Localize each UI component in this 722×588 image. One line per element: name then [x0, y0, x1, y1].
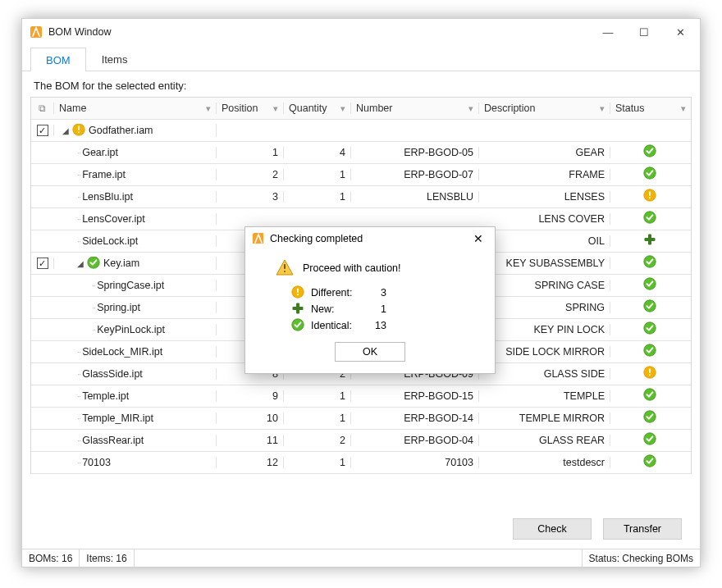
check-button[interactable]: Check — [513, 518, 592, 540]
row-description: GEAR — [479, 147, 610, 158]
transfer-button[interactable]: Transfer — [603, 518, 682, 540]
row-number: ERP-BGOD-05 — [351, 147, 479, 158]
row-description: KEY SUBASSEMBLY — [479, 258, 610, 269]
tab-items[interactable]: Items — [86, 47, 144, 71]
column-chooser-icon[interactable]: ⧉ — [36, 103, 48, 114]
table-row[interactable]: ·· LensBlu.ipt31LENSBLULENSES — [31, 186, 691, 208]
filter-icon[interactable]: ▾ — [600, 103, 605, 114]
table-row[interactable]: ·· Frame.ipt21ERP-BGOD-07FRAME — [31, 164, 691, 186]
row-description: GLASS SIDE — [479, 368, 610, 380]
col-description[interactable]: Description▾ — [479, 103, 610, 114]
table-row[interactable]: ·· Gear.ipt14ERP-BGOD-05GEAR — [31, 142, 691, 164]
col-status[interactable]: Status▾ — [610, 103, 691, 114]
col-quantity[interactable]: Quantity▾ — [284, 103, 351, 114]
plus-new-icon — [291, 302, 304, 317]
table-row[interactable]: ·· Temple_MIR.ipt101ERP-BGOD-14TEMPLE MI… — [31, 408, 691, 430]
row-quantity: 1 — [284, 191, 351, 203]
filter-icon[interactable]: ▾ — [273, 103, 278, 114]
close-button[interactable]: ✕ — [662, 21, 698, 43]
row-description: LENS COVER — [479, 213, 610, 225]
row-name: Gear.ipt — [82, 147, 118, 158]
row-name: KeyPinLock.ipt — [97, 324, 165, 335]
row-name: LensBlu.ipt — [82, 191, 133, 203]
status-text: Status: Checking BOMs — [583, 549, 700, 567]
row-status — [610, 189, 691, 206]
row-name: Temple.ipt — [82, 390, 129, 402]
dialog-title: Checking completed — [270, 233, 465, 244]
row-number: ERP-BGOD-14 — [351, 413, 479, 424]
filter-icon[interactable]: ▾ — [468, 103, 473, 114]
table-row[interactable]: ·· GlassRear.ipt112ERP-BGOD-04GLASS REAR — [31, 430, 691, 452]
row-status — [610, 166, 691, 184]
col-number[interactable]: Number▾ — [351, 103, 479, 114]
row-status — [610, 299, 691, 317]
row-checkbox[interactable]: ✓ — [37, 125, 48, 136]
row-quantity: 4 — [284, 147, 351, 158]
window-title: BOM Window — [48, 26, 590, 38]
filter-icon[interactable]: ▾ — [340, 103, 345, 114]
expand-toggle[interactable]: ◢ — [77, 259, 84, 268]
row-number: ERP-BGOD-07 — [351, 169, 479, 180]
row-description: KEY PIN LOCK — [479, 324, 610, 335]
row-name: Spring.ipt — [97, 302, 140, 313]
app-icon — [29, 25, 43, 39]
dialog-ok-button[interactable]: OK — [335, 342, 405, 362]
row-name: SideLock.ipt — [82, 235, 138, 247]
row-number: 70103 — [351, 457, 479, 468]
row-status — [610, 410, 691, 427]
table-row[interactable]: ✓◢Godfather.iam — [31, 120, 691, 142]
status-bar: BOMs: 16 Items: 16 Status: Checking BOMs — [22, 549, 700, 567]
row-status — [610, 432, 691, 449]
tab-bar: BOM Items — [22, 45, 700, 71]
stat-label: Different: — [311, 287, 363, 299]
stat-value: 1 — [370, 303, 386, 315]
row-name: GlassSide.ipt — [82, 368, 143, 380]
row-description: TEMPLE MIRROR — [479, 413, 610, 424]
row-description: GLASS REAR — [479, 435, 610, 446]
row-position: 10 — [217, 413, 284, 424]
row-status — [610, 255, 691, 272]
stat-label: New: — [311, 303, 363, 315]
tab-bom[interactable]: BOM — [30, 48, 86, 71]
ok-check-icon — [643, 166, 658, 184]
row-quantity: 1 — [284, 390, 351, 402]
col-name[interactable]: Name▾ — [54, 103, 217, 114]
row-description: LENSES — [479, 191, 610, 203]
row-name: SpringCase.ipt — [97, 280, 164, 291]
title-bar: BOM Window — ☐ ✕ — [22, 19, 700, 45]
warning-triangle-icon — [275, 258, 295, 278]
row-status — [610, 454, 691, 472]
row-status — [610, 144, 691, 162]
maximize-button[interactable]: ☐ — [626, 21, 662, 43]
ok-check-icon — [291, 318, 304, 334]
row-name: LensCover.ipt — [82, 213, 144, 225]
dialog-close-button[interactable]: ✕ — [465, 229, 491, 248]
ok-check-icon — [643, 388, 658, 405]
row-status — [610, 211, 691, 228]
row-name: Godfather.iam — [89, 125, 153, 136]
expand-toggle[interactable]: ◢ — [62, 126, 69, 135]
ok-check-icon — [87, 257, 100, 270]
row-status — [610, 344, 691, 361]
row-quantity: 2 — [284, 435, 351, 446]
table-row[interactable]: ·· 7010312170103testdescr — [31, 452, 691, 474]
row-name: Frame.ipt — [82, 169, 126, 180]
row-checkbox[interactable]: ✓ — [37, 258, 48, 269]
warning-icon — [643, 189, 658, 206]
minimize-button[interactable]: — — [590, 21, 626, 43]
status-items: Items: 16 — [80, 549, 134, 567]
filter-icon[interactable]: ▾ — [206, 103, 211, 114]
row-status — [610, 233, 691, 250]
ok-check-icon — [643, 144, 658, 162]
table-row[interactable]: ·· Temple.ipt91ERP-BGOD-15TEMPLE — [31, 385, 691, 408]
warning-icon — [72, 124, 85, 137]
row-name: 70103 — [82, 457, 111, 468]
row-position: 11 — [217, 435, 284, 446]
filter-icon[interactable]: ▾ — [681, 103, 686, 114]
plus-new-icon — [643, 233, 658, 250]
row-status — [610, 388, 691, 405]
tab-label: Items — [102, 53, 128, 66]
col-position[interactable]: Position▾ — [217, 103, 284, 114]
ok-check-icon — [643, 255, 658, 272]
row-quantity: 1 — [284, 169, 351, 180]
